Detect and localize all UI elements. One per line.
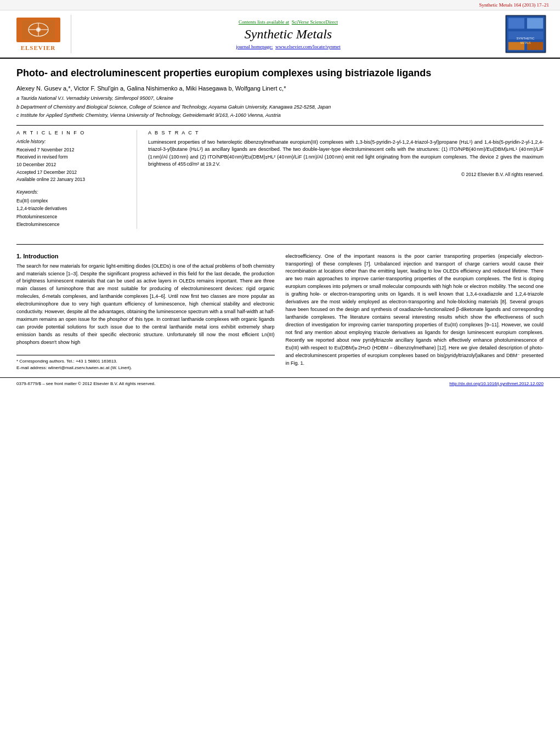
affiliation-3: c Institute for Applied Synthetic Chemis… [16, 112, 544, 120]
article-content: Photo- and electroluminescent properties… [0, 59, 560, 240]
footnote-email: E-mail address: wlinert@mail.zserv.tuwie… [16, 365, 275, 370]
affiliation-2: b Department of Chemistry and Biological… [16, 104, 544, 111]
authors-text: Alexey N. Gusev a,*, Victor F. Shul'gin … [16, 85, 286, 92]
elsevier-wordmark: ELSEVIER [21, 44, 56, 51]
keyword-2: 1,2,4-triazole derivatives [16, 205, 128, 212]
authors: Alexey N. Gusev a,*, Victor F. Shul'gin … [16, 85, 544, 92]
abstract-header: A B S T R A C T [148, 130, 544, 135]
body-left-column: 1. Introduction The search for new mater… [16, 253, 275, 372]
history-label: Article history: [16, 139, 128, 144]
keyword-3: Photoluminescence [16, 213, 128, 220]
issn-text: 0379-6779/$ – see front matter © 2012 El… [16, 381, 155, 386]
contents-line: Contents lists available at SciVerse Sci… [239, 19, 338, 25]
homepage-line: journal homepage: www.elsevier.com/locat… [236, 44, 341, 49]
affiliations: a Taurida National V.I. Vernadsky Univer… [16, 95, 544, 120]
section-1-title: 1. Introduction [16, 253, 275, 259]
svg-text:SYNTHETIC: SYNTHETIC [516, 37, 534, 40]
abstract-copyright: © 2012 Elsevier B.V. All rights reserved… [148, 172, 544, 177]
sciverse-link[interactable]: SciVerse ScienceDirect [292, 19, 338, 25]
main-body: 1. Introduction The search for new mater… [0, 253, 560, 372]
received-date: Received 7 November 2012 [16, 146, 128, 154]
svg-rect-7 [508, 18, 524, 29]
contents-text: Contents lists available at [239, 19, 289, 25]
article-info-header: A R T I C L E I N F O [16, 130, 128, 135]
body-left-text: The search for new materials for organic… [16, 263, 275, 347]
bottom-bar: 0379-6779/$ – see front matter © 2012 El… [0, 377, 560, 389]
body-right-column: electroefficiency. One of the important … [286, 253, 544, 372]
abstract-text: Luminescent properties of two heterolept… [148, 139, 544, 168]
revised-date: 10 December 2012 [16, 161, 128, 169]
abstract-column: A B S T R A C T Luminescent properties o… [148, 130, 544, 229]
journal-cover-image: SYNTHETIC METALS [505, 15, 546, 53]
body-right-text: electroefficiency. One of the important … [286, 253, 544, 367]
article-info-column: A R T I C L E I N F O Article history: R… [16, 130, 137, 229]
journal-thumbnail: SYNTHETIC METALS [505, 15, 549, 53]
received-revised-label: Received in revised form [16, 154, 128, 161]
keywords-section: Keywords: Eu(III) complex 1,2,4-triazole… [16, 189, 128, 229]
svg-point-4 [36, 27, 41, 32]
svg-rect-8 [527, 18, 543, 29]
elsevier-logo-area: ELSEVIER [11, 15, 71, 53]
homepage-link[interactable]: www.elsevier.com/locate/synmet [275, 44, 341, 49]
affiliation-1: a Taurida National V.I. Vernadsky Univer… [16, 95, 544, 103]
divider-1 [16, 125, 544, 126]
accepted-date: Accepted 17 December 2012 [16, 169, 128, 177]
journal-title: Synthetic Metals [245, 27, 332, 42]
top-section: ELSEVIER Contents lists available at Sci… [0, 10, 560, 59]
journal-info: Contents lists available at SciVerse Sci… [77, 15, 500, 53]
divider-2 [16, 244, 544, 245]
footnote-corresponding: * Corresponding authors. Tel.: +43 1 588… [16, 359, 275, 364]
homepage-label: journal homepage: [236, 44, 273, 49]
doi-link[interactable]: http://dx.doi.org/10.1016/j.synthmet.201… [449, 381, 544, 386]
elsevier-logo-box [16, 18, 60, 42]
journal-header-bar: Synthetic Metals 164 (2013) 17–21 [0, 0, 560, 10]
keywords-label: Keywords: [16, 189, 128, 195]
svg-text:METALS: METALS [520, 42, 531, 44]
keyword-1: Eu(III) complex [16, 197, 128, 205]
online-date: Available online 22 January 2013 [16, 176, 128, 184]
article-title: Photo- and electroluminescent properties… [16, 67, 544, 80]
article-history: Article history: Received 7 November 201… [16, 139, 128, 184]
keyword-4: Electroluminescence [16, 220, 128, 228]
footnote-area: * Corresponding authors. Tel.: +43 1 588… [16, 355, 275, 370]
journal-volume: Synthetic Metals 164 (2013) 17–21 [479, 2, 550, 8]
article-info-abstract-section: A R T I C L E I N F O Article history: R… [16, 130, 544, 229]
page: Synthetic Metals 164 (2013) 17–21 ELSEVI… [0, 0, 560, 741]
